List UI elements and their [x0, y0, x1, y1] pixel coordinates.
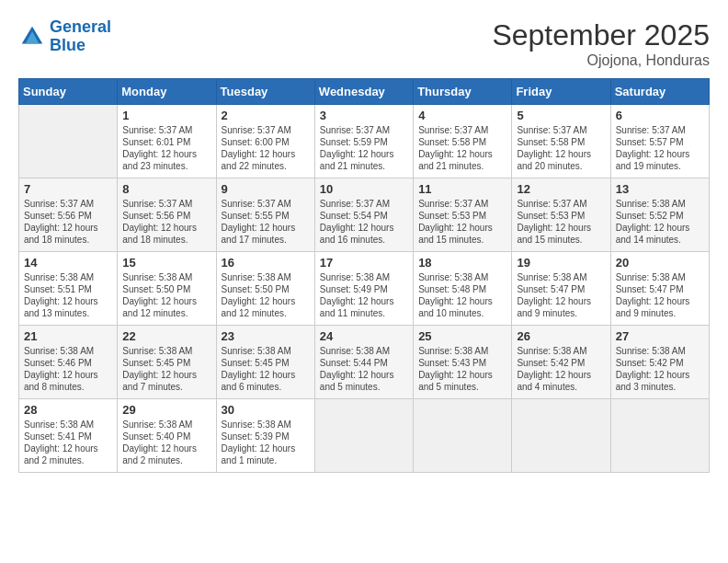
cell-info: Sunrise: 5:38 AM Sunset: 5:50 PM Dayligh… — [222, 271, 310, 319]
day-number: 3 — [320, 109, 408, 122]
day-number: 6 — [616, 109, 704, 122]
day-number: 20 — [616, 256, 704, 270]
day-number: 16 — [222, 256, 310, 270]
cell-info: Sunrise: 5:37 AM Sunset: 5:57 PM Dayligh… — [616, 124, 704, 172]
day-number: 13 — [616, 182, 704, 196]
calendar-week-row: 14Sunrise: 5:38 AM Sunset: 5:51 PM Dayli… — [19, 252, 710, 326]
day-number: 14 — [24, 256, 112, 270]
calendar-cell: 1Sunrise: 5:37 AM Sunset: 6:01 PM Daylig… — [118, 105, 216, 178]
cell-info: Sunrise: 5:37 AM Sunset: 6:00 PM Dayligh… — [222, 124, 310, 172]
cell-info: Sunrise: 5:38 AM Sunset: 5:48 PM Dayligh… — [418, 271, 506, 319]
cell-info: Sunrise: 5:37 AM Sunset: 5:59 PM Dayligh… — [320, 124, 408, 172]
day-number: 27 — [616, 329, 704, 343]
calendar-week-row: 21Sunrise: 5:38 AM Sunset: 5:46 PM Dayli… — [19, 326, 710, 399]
cell-info: Sunrise: 5:38 AM Sunset: 5:51 PM Dayligh… — [24, 271, 112, 319]
cell-info: Sunrise: 5:37 AM Sunset: 5:55 PM Dayligh… — [222, 198, 310, 246]
column-header-monday: Monday — [118, 79, 216, 105]
column-header-sunday: Sunday — [19, 79, 118, 105]
calendar-cell: 6Sunrise: 5:37 AM Sunset: 5:57 PM Daylig… — [610, 105, 709, 178]
cell-info: Sunrise: 5:37 AM Sunset: 5:56 PM Dayligh… — [122, 198, 210, 246]
calendar-cell: 11Sunrise: 5:37 AM Sunset: 5:53 PM Dayli… — [414, 178, 512, 252]
calendar-cell: 26Sunrise: 5:38 AM Sunset: 5:42 PM Dayli… — [512, 326, 610, 399]
day-number: 11 — [418, 182, 506, 196]
day-number: 4 — [418, 109, 506, 122]
cell-info: Sunrise: 5:37 AM Sunset: 5:56 PM Dayligh… — [24, 198, 112, 246]
cell-info: Sunrise: 5:37 AM Sunset: 5:53 PM Dayligh… — [517, 198, 605, 246]
day-number: 15 — [122, 256, 210, 270]
calendar-cell: 24Sunrise: 5:38 AM Sunset: 5:44 PM Dayli… — [314, 326, 413, 399]
calendar-cell: 13Sunrise: 5:38 AM Sunset: 5:52 PM Dayli… — [610, 178, 709, 252]
logo-icon — [18, 23, 46, 51]
location-subtitle: Ojojona, Honduras — [492, 52, 710, 69]
day-number: 5 — [517, 109, 605, 122]
calendar-cell: 23Sunrise: 5:38 AM Sunset: 5:45 PM Dayli… — [216, 326, 314, 399]
calendar-cell: 15Sunrise: 5:38 AM Sunset: 5:50 PM Dayli… — [118, 252, 216, 326]
column-header-tuesday: Tuesday — [216, 79, 314, 105]
calendar-cell: 25Sunrise: 5:38 AM Sunset: 5:43 PM Dayli… — [414, 326, 512, 399]
day-number: 21 — [24, 329, 112, 343]
calendar-week-row: 28Sunrise: 5:38 AM Sunset: 5:41 PM Dayli… — [19, 399, 710, 473]
day-number: 8 — [122, 182, 210, 196]
day-number: 19 — [517, 256, 605, 270]
cell-info: Sunrise: 5:38 AM Sunset: 5:39 PM Dayligh… — [222, 419, 310, 466]
column-header-friday: Friday — [512, 79, 610, 105]
cell-info: Sunrise: 5:37 AM Sunset: 5:58 PM Dayligh… — [517, 124, 605, 172]
calendar-cell: 16Sunrise: 5:38 AM Sunset: 5:50 PM Dayli… — [216, 252, 314, 326]
day-number: 17 — [320, 256, 408, 270]
calendar-cell: 19Sunrise: 5:38 AM Sunset: 5:47 PM Dayli… — [512, 252, 610, 326]
cell-info: Sunrise: 5:38 AM Sunset: 5:44 PM Dayligh… — [320, 345, 408, 393]
day-number: 30 — [222, 403, 310, 417]
day-number: 23 — [222, 329, 310, 343]
cell-info: Sunrise: 5:37 AM Sunset: 6:01 PM Dayligh… — [122, 124, 210, 172]
cell-info: Sunrise: 5:38 AM Sunset: 5:50 PM Dayligh… — [122, 271, 210, 319]
calendar-cell: 14Sunrise: 5:38 AM Sunset: 5:51 PM Dayli… — [19, 252, 118, 326]
calendar-week-row: 1Sunrise: 5:37 AM Sunset: 6:01 PM Daylig… — [19, 105, 710, 178]
calendar-header-row: SundayMondayTuesdayWednesdayThursdayFrid… — [19, 79, 710, 105]
calendar-cell — [414, 399, 512, 473]
cell-info: Sunrise: 5:38 AM Sunset: 5:45 PM Dayligh… — [122, 345, 210, 393]
logo: General Blue — [18, 18, 111, 55]
day-number: 28 — [24, 403, 112, 417]
calendar-cell — [610, 399, 709, 473]
calendar-week-row: 7Sunrise: 5:37 AM Sunset: 5:56 PM Daylig… — [19, 178, 710, 252]
calendar-cell — [19, 105, 118, 178]
title-section: September 2025 Ojojona, Honduras — [492, 18, 710, 69]
cell-info: Sunrise: 5:38 AM Sunset: 5:47 PM Dayligh… — [616, 271, 704, 319]
calendar-cell: 8Sunrise: 5:37 AM Sunset: 5:56 PM Daylig… — [118, 178, 216, 252]
day-number: 26 — [517, 329, 605, 343]
calendar-cell: 18Sunrise: 5:38 AM Sunset: 5:48 PM Dayli… — [414, 252, 512, 326]
calendar-cell — [512, 399, 610, 473]
day-number: 12 — [517, 182, 605, 196]
calendar-cell: 9Sunrise: 5:37 AM Sunset: 5:55 PM Daylig… — [216, 178, 314, 252]
cell-info: Sunrise: 5:37 AM Sunset: 5:58 PM Dayligh… — [418, 124, 506, 172]
calendar-cell: 3Sunrise: 5:37 AM Sunset: 5:59 PM Daylig… — [314, 105, 413, 178]
cell-info: Sunrise: 5:38 AM Sunset: 5:45 PM Dayligh… — [222, 345, 310, 393]
cell-info: Sunrise: 5:37 AM Sunset: 5:54 PM Dayligh… — [320, 198, 408, 246]
cell-info: Sunrise: 5:38 AM Sunset: 5:43 PM Dayligh… — [418, 345, 506, 393]
calendar-cell: 27Sunrise: 5:38 AM Sunset: 5:42 PM Dayli… — [610, 326, 709, 399]
calendar-cell: 22Sunrise: 5:38 AM Sunset: 5:45 PM Dayli… — [118, 326, 216, 399]
column-header-saturday: Saturday — [610, 79, 709, 105]
column-header-wednesday: Wednesday — [314, 79, 413, 105]
column-header-thursday: Thursday — [414, 79, 512, 105]
day-number: 29 — [122, 403, 210, 417]
day-number: 22 — [122, 329, 210, 343]
day-number: 9 — [222, 182, 310, 196]
cell-info: Sunrise: 5:38 AM Sunset: 5:42 PM Dayligh… — [616, 345, 704, 393]
cell-info: Sunrise: 5:38 AM Sunset: 5:52 PM Dayligh… — [616, 198, 704, 246]
calendar-cell: 21Sunrise: 5:38 AM Sunset: 5:46 PM Dayli… — [19, 326, 118, 399]
calendar-cell: 20Sunrise: 5:38 AM Sunset: 5:47 PM Dayli… — [610, 252, 709, 326]
calendar-cell: 5Sunrise: 5:37 AM Sunset: 5:58 PM Daylig… — [512, 105, 610, 178]
cell-info: Sunrise: 5:38 AM Sunset: 5:46 PM Dayligh… — [24, 345, 112, 393]
calendar-cell: 4Sunrise: 5:37 AM Sunset: 5:58 PM Daylig… — [414, 105, 512, 178]
day-number: 24 — [320, 329, 408, 343]
day-number: 25 — [418, 329, 506, 343]
calendar-cell: 29Sunrise: 5:38 AM Sunset: 5:40 PM Dayli… — [118, 399, 216, 473]
day-number: 18 — [418, 256, 506, 270]
day-number: 1 — [122, 109, 210, 122]
month-title: September 2025 — [492, 18, 710, 52]
cell-info: Sunrise: 5:38 AM Sunset: 5:41 PM Dayligh… — [24, 419, 112, 466]
day-number: 2 — [222, 109, 310, 122]
calendar-cell — [314, 399, 413, 473]
logo-text: General Blue — [50, 18, 111, 55]
